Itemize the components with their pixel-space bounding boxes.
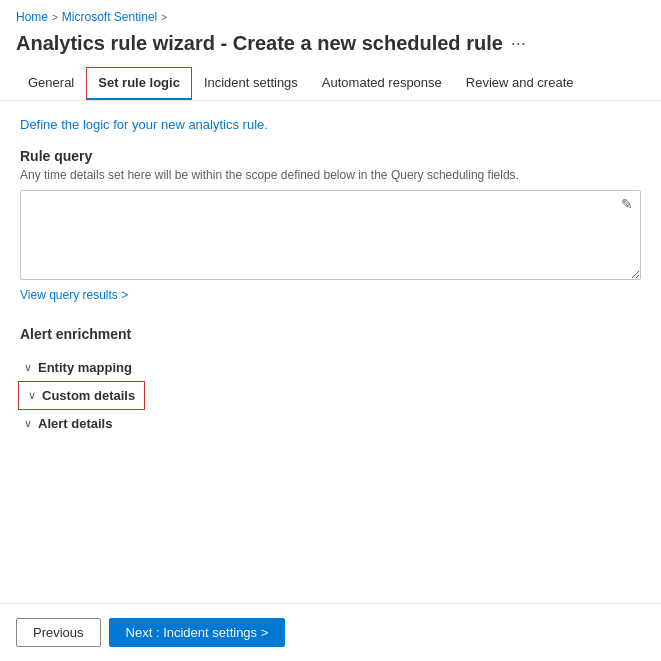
chevron-alert-details-icon: ∨ [24, 417, 32, 430]
custom-details-label: Custom details [42, 388, 135, 403]
previous-button[interactable]: Previous [16, 618, 101, 647]
accordion-alert-details-header[interactable]: ∨ Alert details [20, 410, 641, 437]
description-suffix: for your new analytics rule. [110, 117, 268, 132]
view-query-results-link[interactable]: View query results > [20, 288, 128, 302]
accordion-custom-details: ∨ Custom details [20, 383, 641, 408]
rule-query-subtitle: Any time details set here will be within… [20, 168, 641, 182]
footer-bar: Previous Next : Incident settings > [0, 603, 661, 661]
tab-automated-response[interactable]: Automated response [310, 67, 454, 100]
query-box-wrapper: ✎ [20, 190, 641, 283]
tab-review-and-create[interactable]: Review and create [454, 67, 586, 100]
alert-details-label: Alert details [38, 416, 112, 431]
edit-icon[interactable]: ✎ [621, 196, 633, 212]
tab-general[interactable]: General [16, 67, 86, 100]
query-input[interactable] [20, 190, 641, 280]
breadcrumb-chevron-2: > [161, 12, 167, 23]
next-button[interactable]: Next : Incident settings > [109, 618, 286, 647]
breadcrumb-chevron-1: > [52, 12, 58, 23]
breadcrumb: Home > Microsoft Sentinel > [0, 0, 661, 28]
description-highlight: logic [83, 117, 110, 132]
accordion-custom-details-header[interactable]: ∨ Custom details [20, 383, 143, 408]
page-title-row: Analytics rule wizard - Create a new sch… [0, 28, 661, 67]
accordion-alert-details: ∨ Alert details [20, 410, 641, 437]
tab-set-rule-logic[interactable]: Set rule logic [86, 67, 192, 100]
description-prefix: Define the [20, 117, 83, 132]
accordion-entity-mapping-header[interactable]: ∨ Entity mapping [20, 354, 641, 381]
breadcrumb-sentinel[interactable]: Microsoft Sentinel [62, 10, 157, 24]
ellipsis-icon[interactable]: ··· [511, 33, 526, 54]
alert-enrichment-title: Alert enrichment [20, 326, 641, 342]
chevron-entity-mapping-icon: ∨ [24, 361, 32, 374]
rule-query-title: Rule query [20, 148, 641, 164]
description-text: Define the logic for your new analytics … [20, 117, 641, 132]
page-title: Analytics rule wizard - Create a new sch… [16, 32, 503, 55]
accordion-entity-mapping: ∨ Entity mapping [20, 354, 641, 381]
main-content: Define the logic for your new analytics … [0, 101, 661, 587]
chevron-custom-details-icon: ∨ [28, 389, 36, 402]
breadcrumb-home[interactable]: Home [16, 10, 48, 24]
tab-incident-settings[interactable]: Incident settings [192, 67, 310, 100]
entity-mapping-label: Entity mapping [38, 360, 132, 375]
tabs-bar: General Set rule logic Incident settings… [0, 67, 661, 101]
